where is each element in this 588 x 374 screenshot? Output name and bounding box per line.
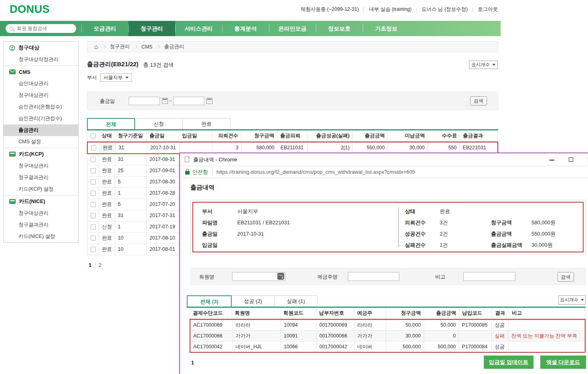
breadcrumb-billing[interactable]: 청구관리 <box>110 43 130 50</box>
row-checkbox[interactable] <box>91 191 96 196</box>
withdrawal-detail-popup: 출금내역 - Chrome 안전함 https://training.donus… <box>179 152 588 374</box>
sidebar-item-approval-agency[interactable]: 승인관리(기관접수) <box>4 113 78 124</box>
nav-menu: 모금관리 청구관리 서비스관리 통계분석 온라인모금 정보보호 기초정보 <box>81 21 410 36</box>
nav-item-billing[interactable]: 청구관리 <box>128 21 175 36</box>
sidebar-section-card-kcp[interactable]: 카드(KCP) <box>4 148 78 160</box>
row-checkbox[interactable] <box>91 179 96 185</box>
col-req-count: 의뢰건수 <box>212 130 241 141</box>
sidebar: 청구대상 청구대상약정관리 CMS 승인대상관리 청구대상관리 승인관리(은행접… <box>3 41 79 243</box>
sidebar-section-billing-target[interactable]: 청구대상 <box>4 42 78 54</box>
row-checkbox[interactable] <box>91 202 96 207</box>
date-to-input[interactable] <box>173 97 204 105</box>
card-icon <box>9 152 16 157</box>
divider <box>364 7 364 12</box>
nav-item-privacy[interactable]: 정보보호 <box>316 21 363 36</box>
col-pay-code: 납입코드 <box>459 308 492 319</box>
row-checkbox[interactable] <box>91 224 96 230</box>
popup-search-button[interactable]: 검색 <box>558 272 574 282</box>
popup-display-count-button[interactable]: 표시개수 <box>558 295 586 305</box>
search-button[interactable]: 검색 <box>470 96 487 106</box>
home-icon[interactable]: ⌂ <box>94 44 98 50</box>
tab-requested[interactable]: 신청 <box>135 118 183 129</box>
col-result-id: 출금결과 <box>460 130 498 141</box>
col-withdraw-date: 출금일 <box>147 130 179 141</box>
sidebar-item-billing-target-mgmt[interactable]: 청구대상관리 <box>4 89 78 101</box>
col-note: 비고 <box>509 308 586 319</box>
date-from-input[interactable] <box>129 97 160 105</box>
page-2[interactable]: 2 <box>99 262 101 268</box>
note-label: 비고 <box>435 274 445 280</box>
cell-request-id: EB211031 <box>278 142 308 153</box>
sidebar-section-card-nice[interactable]: 카드(NICE) <box>4 195 78 207</box>
select-all-checkbox[interactable] <box>91 133 96 138</box>
popup-search-panel: 회원명 •••2 예금주명 비고 검색 <box>190 268 586 285</box>
department-select[interactable]: 서울지부 <box>100 73 132 82</box>
popup-address-bar[interactable]: 안전함 https://training.donus.org/f2_demand… <box>180 166 588 178</box>
withdraw-date-value: 2017-10-31 <box>237 228 264 240</box>
sidebar-item-nice-billing-target[interactable]: 청구대상관리 <box>4 207 78 219</box>
nav-item-service[interactable]: 서비스관리 <box>175 21 222 36</box>
popup-pagination[interactable]: 1 <box>191 360 194 366</box>
calendar-icon[interactable] <box>206 98 212 104</box>
sidebar-item-nice-settings[interactable]: 카드(NICE) 설정 <box>4 231 78 242</box>
table-row[interactable]: 완료 31 2017-10-31 3 580,000 EB211031 2(1)… <box>88 142 497 153</box>
cell-unpaid: 30,000 <box>388 142 428 153</box>
popup-tab-success[interactable]: 성공 (2) <box>231 295 275 307</box>
sidebar-item-kcp-billing-target[interactable]: 청구대상관리 <box>4 160 78 172</box>
sidebar-item-agreement-mgmt[interactable]: 청구대상약정관리 <box>4 54 78 65</box>
summary-highlight-border: 부서서울지부 파일명EB211031 / EB221031 출금일2017-10… <box>192 202 584 252</box>
top-bar: DONUS 체험사용중 (~2099-12-31) 내부 실습 (trainin… <box>0 0 588 21</box>
logout-link[interactable]: 로그아웃 <box>478 6 498 13</box>
tab-all[interactable]: 전체 <box>87 118 135 129</box>
sidebar-item-kcp-settings[interactable]: 카드(KCP) 설정 <box>4 183 78 195</box>
nav-item-statistics[interactable]: 통계분석 <box>222 21 269 36</box>
row-checkbox[interactable] <box>91 247 96 252</box>
nav-item-basic-info[interactable]: 기초정보 <box>363 21 410 36</box>
sidebar-section-cms[interactable]: CMS <box>4 65 78 78</box>
col-payment-code: 결제수단코드 <box>190 308 232 319</box>
popup-tab-all[interactable]: 전체 (3) <box>187 295 232 307</box>
sidebar-item-approval-bank[interactable]: 승인관리(은행접수) <box>4 101 78 113</box>
col-unpaid: 미납금액 <box>388 130 428 141</box>
row-checkbox[interactable] <box>91 157 96 162</box>
cell-bill-amount: 580,000 <box>242 142 278 153</box>
deposit-date-update-button[interactable]: 입금일 업데이트 <box>484 356 533 369</box>
sidebar-item-nice-billing-result[interactable]: 청구결과관리 <box>4 219 78 231</box>
popup-table-row[interactable]: AC17000066 가가가 10091 0017000066 가가가 30,0… <box>190 331 585 341</box>
sidebar-item-cms-settings[interactable]: CMS 설정 <box>4 136 78 148</box>
popup-table-row[interactable]: AC17000069 라라라 10094 0017000069 라라라 50,0… <box>190 320 585 331</box>
display-count-button[interactable]: 표시개수 <box>469 61 498 69</box>
page-1[interactable]: 1 <box>89 262 91 268</box>
col-base-day: 청구기준일 <box>115 130 147 141</box>
note-input[interactable] <box>463 272 515 281</box>
user-profile-link[interactable]: 도너스 님 (정보수정) <box>422 6 468 13</box>
sidebar-item-withdrawal-mgmt[interactable]: 출금관리 <box>4 124 78 136</box>
nav-item-fundraising[interactable]: 모금관리 <box>81 21 128 36</box>
calendar-icon[interactable] <box>162 98 168 104</box>
holder-name-input[interactable] <box>348 272 399 281</box>
cell-withdraw-amount: 550,000 <box>353 142 388 153</box>
breadcrumb-withdrawal[interactable]: 출금관리 <box>164 43 184 50</box>
virtual-keypad-icon[interactable]: •••2 <box>277 273 284 280</box>
popup-table-row[interactable]: AC17000042 네이버_HJL 10066 0017000042 네이버 … <box>190 341 585 352</box>
breadcrumb-cms[interactable]: CMS <box>141 44 153 50</box>
row-checkbox[interactable] <box>91 168 96 173</box>
row-checkbox[interactable] <box>91 236 96 241</box>
close-button[interactable] <box>584 153 588 166</box>
popup-tab-fail[interactable]: 실패 (1) <box>274 295 317 307</box>
nav-item-online-fund[interactable]: 온라인모금 <box>269 21 316 36</box>
row-checkbox[interactable] <box>91 213 96 218</box>
member-search-input[interactable] <box>6 24 76 33</box>
excel-download-button[interactable]: 엑셀 다운로드 <box>540 356 586 369</box>
member-name-label: 회원명 <box>199 274 214 280</box>
sidebar-item-kcp-billing-result[interactable]: 청구결과관리 <box>4 172 78 183</box>
maximize-button[interactable] <box>565 153 577 166</box>
summary-middle-column: 상태완료 의뢰건수3건 성공건수2건 실패건수1건 <box>405 206 450 251</box>
trial-status-label: 체험사용중 (~2099-12-31) <box>301 6 359 13</box>
row-checkbox[interactable] <box>91 145 96 150</box>
col-holder: 예금주 <box>354 308 386 319</box>
tab-completed[interactable]: 완료 <box>182 118 230 129</box>
cell-withdraw-date: 2017-10-31 <box>148 142 180 153</box>
minimize-button[interactable] <box>546 153 558 166</box>
sidebar-item-approval-target[interactable]: 승인대상관리 <box>4 78 78 89</box>
